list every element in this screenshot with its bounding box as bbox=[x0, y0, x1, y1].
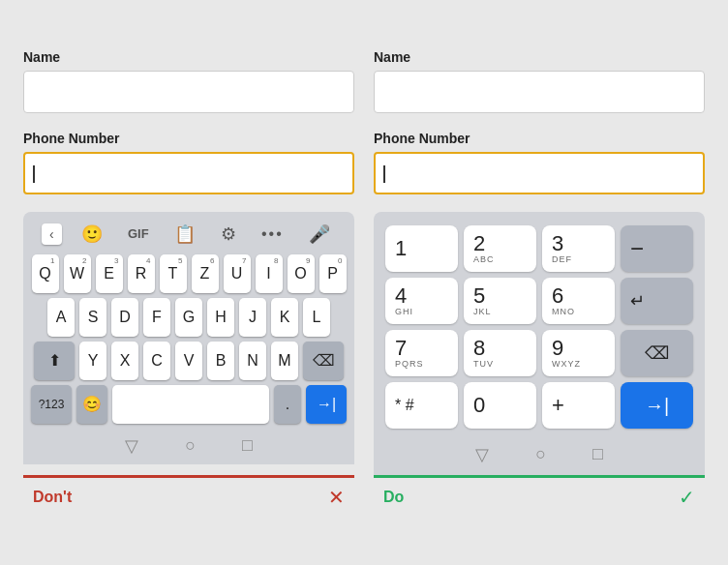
key-o[interactable]: 9O bbox=[288, 254, 315, 293]
keyboard-back-icon[interactable]: ‹ bbox=[42, 223, 62, 245]
np-nav-back-btn[interactable]: ▽ bbox=[475, 444, 489, 465]
key-go[interactable]: →| bbox=[306, 385, 347, 424]
key-t[interactable]: 5T bbox=[160, 254, 187, 293]
key-n[interactable]: N bbox=[239, 342, 266, 380]
key-x[interactable]: X bbox=[111, 342, 138, 380]
nav-back-btn[interactable]: ▽ bbox=[125, 435, 138, 457]
keyboard-gif-icon[interactable]: GIF bbox=[122, 224, 155, 243]
key-z[interactable]: 6Z bbox=[192, 254, 219, 293]
right-cursor bbox=[383, 165, 385, 183]
key-b[interactable]: B bbox=[207, 342, 234, 380]
key-num[interactable]: ?123 bbox=[31, 385, 72, 424]
key-shift[interactable]: ⬆ bbox=[34, 342, 75, 380]
left-name-label: Name bbox=[23, 49, 354, 65]
np-key-8[interactable]: 8TUV bbox=[464, 330, 536, 376]
key-y[interactable]: Y bbox=[79, 342, 106, 380]
np-key-7[interactable]: 7PQRS bbox=[385, 330, 458, 376]
np-key-4[interactable]: 4GHI bbox=[385, 278, 458, 324]
np-nav-recent-btn[interactable]: □ bbox=[592, 444, 603, 464]
right-footer-label: Do bbox=[383, 489, 404, 506]
keyboard-bottom-row: ?123 😊 . →| bbox=[27, 385, 350, 424]
key-l[interactable]: L bbox=[303, 298, 330, 337]
nav-recent-btn[interactable]: □ bbox=[242, 435, 253, 456]
key-emoji-face[interactable]: 😊 bbox=[76, 385, 107, 424]
software-keyboard: ‹ 🙂 GIF 📋 ⚙ ••• 🎤 1Q 2W 3E 4R 5T 6Z 7U 8… bbox=[23, 212, 354, 464]
key-a[interactable]: A bbox=[47, 298, 75, 337]
numpad: 1 2ABC 3DEF − 4GHI 5JKL 6MNO ↵ 7PQRS 8TU… bbox=[374, 212, 705, 475]
right-panel: Name Phone Number 1 2ABC 3DEF − 4GHI 5JK… bbox=[374, 49, 705, 517]
keyboard-mic-icon[interactable]: 🎤 bbox=[303, 222, 336, 247]
right-phone-label: Phone Number bbox=[374, 131, 705, 146]
keyboard-settings-icon[interactable]: ⚙ bbox=[215, 222, 242, 247]
np-key-3[interactable]: 3DEF bbox=[542, 225, 615, 272]
key-period[interactable]: . bbox=[274, 385, 301, 424]
main-container: Name Phone Number ‹ 🙂 GIF 📋 ⚙ ••• 🎤 1Q 2… bbox=[0, 20, 728, 546]
np-key-6[interactable]: 6MNO bbox=[542, 278, 615, 324]
key-i[interactable]: 8I bbox=[256, 254, 283, 293]
left-footer-icon: ✕ bbox=[328, 486, 345, 509]
key-del[interactable]: ⌫ bbox=[303, 342, 344, 380]
key-space[interactable] bbox=[112, 385, 269, 424]
key-q[interactable]: 1Q bbox=[32, 254, 59, 293]
key-g[interactable]: G bbox=[175, 298, 202, 337]
nav-home-btn[interactable]: ○ bbox=[185, 435, 196, 456]
numpad-grid: 1 2ABC 3DEF − 4GHI 5JKL 6MNO ↵ 7PQRS 8TU… bbox=[379, 218, 699, 436]
np-key-1[interactable]: 1 bbox=[385, 225, 458, 272]
np-key-go[interactable]: →| bbox=[621, 382, 693, 429]
np-nav-home-btn[interactable]: ○ bbox=[535, 444, 546, 464]
key-w[interactable]: 2W bbox=[64, 254, 91, 293]
keyboard-row-3: ⬆ Y X C V B N M ⌫ bbox=[27, 342, 350, 380]
key-f[interactable]: F bbox=[143, 298, 170, 337]
right-name-input[interactable] bbox=[374, 71, 705, 113]
np-key-plus[interactable]: + bbox=[542, 382, 615, 429]
left-footer-label: Don't bbox=[33, 489, 72, 506]
numpad-nav: ▽ ○ □ bbox=[379, 436, 699, 469]
np-key-del[interactable]: ⌫ bbox=[621, 330, 693, 376]
np-key-0[interactable]: 0 bbox=[464, 382, 536, 429]
key-m[interactable]: M bbox=[271, 342, 298, 380]
np-key-star-hash[interactable]: * # bbox=[385, 382, 458, 429]
np-key-minus[interactable]: − bbox=[621, 225, 693, 272]
cursor bbox=[33, 165, 35, 183]
keyboard-row-2: A S D F G H J K L bbox=[27, 298, 350, 337]
right-footer: Do ✓ bbox=[374, 475, 705, 517]
key-s[interactable]: S bbox=[79, 298, 106, 337]
left-phone-label: Phone Number bbox=[23, 131, 354, 146]
right-phone-input[interactable] bbox=[374, 152, 705, 194]
right-footer-icon: ✓ bbox=[679, 486, 695, 509]
key-p[interactable]: 0P bbox=[319, 254, 347, 293]
keyboard-nav: ▽ ○ □ bbox=[27, 428, 350, 461]
np-key-2[interactable]: 2ABC bbox=[464, 225, 536, 272]
key-k[interactable]: K bbox=[271, 298, 298, 337]
key-d[interactable]: D bbox=[111, 298, 138, 337]
np-key-5[interactable]: 5JKL bbox=[464, 278, 536, 324]
key-e[interactable]: 3E bbox=[96, 254, 123, 293]
keyboard-emoji-icon[interactable]: 🙂 bbox=[76, 222, 108, 247]
np-key-return[interactable]: ↵ bbox=[621, 278, 693, 324]
key-r[interactable]: 4R bbox=[128, 254, 155, 293]
keyboard-more-icon[interactable]: ••• bbox=[256, 223, 289, 245]
key-j[interactable]: J bbox=[239, 298, 266, 337]
keyboard-toolbar: ‹ 🙂 GIF 📋 ⚙ ••• 🎤 bbox=[27, 218, 350, 254]
left-phone-input[interactable] bbox=[23, 152, 354, 194]
np-key-9[interactable]: 9WXYZ bbox=[542, 330, 615, 376]
keyboard-row-1: 1Q 2W 3E 4R 5T 6Z 7U 8I 9O 0P bbox=[27, 254, 350, 293]
key-u[interactable]: 7U bbox=[224, 254, 251, 293]
key-c[interactable]: C bbox=[143, 342, 170, 380]
key-v[interactable]: V bbox=[175, 342, 202, 380]
key-h[interactable]: H bbox=[207, 298, 234, 337]
left-panel: Name Phone Number ‹ 🙂 GIF 📋 ⚙ ••• 🎤 1Q 2… bbox=[23, 49, 354, 517]
left-name-input[interactable] bbox=[23, 71, 354, 113]
right-name-label: Name bbox=[374, 49, 705, 65]
left-footer: Don't ✕ bbox=[23, 475, 354, 517]
keyboard-clipboard-icon[interactable]: 📋 bbox=[168, 222, 201, 247]
